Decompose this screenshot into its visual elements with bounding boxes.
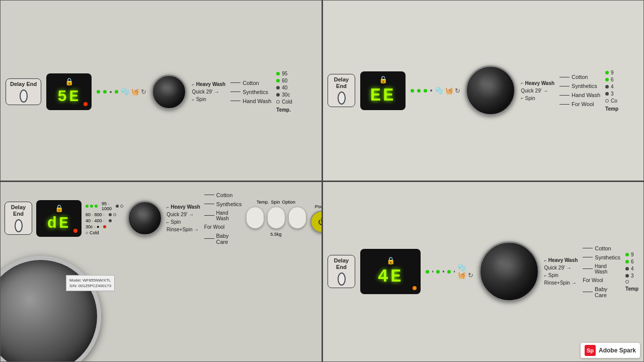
spin-btn-label: Spin xyxy=(271,200,280,205)
program-labels-br: ⌐Heavy Wash Quick 29' → ⌐Spin Rinse+Spin… xyxy=(544,257,578,286)
display-text-tr: EE xyxy=(370,85,395,106)
wash-icons-br: 🫧 🧺 ↻ xyxy=(426,264,474,279)
led-bl-1 xyxy=(86,205,89,208)
bl-main-area: DelayEnd 🔒 dE 95 · 1000 xyxy=(5,186,317,251)
indicators-bl: 95 · 1000 60 · 800 · 40 · 400 · xyxy=(86,201,123,235)
delay-end-button-br[interactable]: DelayEnd xyxy=(328,255,355,288)
led-bl-2 xyxy=(90,205,93,208)
red-dot-bl xyxy=(73,229,77,233)
cycle-cotton-tl: Cotton xyxy=(230,80,271,86)
lock-icon-bl: 🔒 xyxy=(55,204,63,212)
cycle-handwash-tl: Hand Wash xyxy=(230,98,271,104)
power-button[interactable]: ⏻ xyxy=(310,211,322,233)
wash-icons-tr: 🫧 🧺 ↻ xyxy=(411,87,460,95)
delay-end-oval-tl xyxy=(20,89,28,103)
led-bl-5 xyxy=(120,205,123,208)
program-knob-tl[interactable] xyxy=(151,74,187,110)
program-knob-br[interactable] xyxy=(479,241,539,302)
wash-symbol-br: 🫧 🧺 ↻ xyxy=(458,264,473,279)
power-label: Power xyxy=(315,204,322,209)
option-btn-label: Option xyxy=(282,200,296,205)
delay-end-button-tr[interactable]: DelayEnd xyxy=(328,74,355,107)
panel-bottom-left: DelayEnd 🔒 dE 95 · 1000 xyxy=(0,181,322,362)
tl-control-area: Delay End 🔒 5E 🫧 🧺 ↻ xyxy=(6,8,316,175)
cycle-labels-tr: Cotton Synthetics Hand Wash For Wool xyxy=(559,74,600,107)
delay-end-oval-tr xyxy=(338,92,346,105)
display-tr: 🔒 EE xyxy=(360,71,406,110)
temp-label-br: Temp xyxy=(625,286,638,292)
delay-end-label-br: DelayEnd xyxy=(334,257,349,270)
knob-wrap-tl[interactable] xyxy=(151,74,187,110)
lock-icon-tl: 🔒 xyxy=(65,77,73,85)
display-text-tl: 5E xyxy=(57,87,80,106)
washer-door-bl xyxy=(0,256,101,362)
wash-symbol-tr: 🫧 🧺 ↻ xyxy=(435,87,460,95)
adobe-spark-badge: Sp Adobe Spark xyxy=(581,343,640,358)
delay-end-button-tl[interactable]: Delay End xyxy=(6,78,41,105)
program-knob-tr[interactable] xyxy=(465,65,516,116)
panel-top-left: Delay End 🔒 5E 🫧 🧺 ↻ xyxy=(0,0,322,181)
display-tl: 🔒 5E xyxy=(46,73,92,110)
delay-end-oval-bl xyxy=(15,219,23,232)
temp-col-br: 9 6 4 3 Temp xyxy=(625,252,638,292)
program-labels-bl: ⌐Heavy Wash Quick 29' → ⌐Spin Rinse+Spin… xyxy=(167,204,200,232)
delay-end-button-bl[interactable]: DelayEnd xyxy=(5,202,32,235)
cycle-synthetics-tl: Synthetics xyxy=(230,89,271,95)
power-icon: ⏻ xyxy=(318,218,322,226)
model-info-bl: Model: WF855NW/XTL S/N: 001Z5PCZ400173 xyxy=(66,275,115,291)
temp-col-tr: 9 6 4 3 Co Temp xyxy=(605,70,618,112)
label-quick29-tl: Quick 29' → xyxy=(192,89,225,95)
led-bl-4 xyxy=(116,205,119,208)
spin-button[interactable] xyxy=(267,207,285,229)
label-heavywash-tl: ⌐ Heavy Wash xyxy=(192,81,225,87)
lock-icon-br: 🔒 xyxy=(386,256,395,264)
main-grid: Delay End 🔒 5E 🫧 🧺 ↻ xyxy=(0,0,644,362)
temp-btn-label: Temp. xyxy=(257,200,269,205)
display-br: 🔒 4E xyxy=(360,249,421,294)
wash-icons-tl: 🫧 🧺 ↻ xyxy=(97,88,146,96)
led-tl-2 xyxy=(103,90,107,94)
led-bl-6 xyxy=(109,213,112,216)
knob-wrap-tr[interactable] xyxy=(465,65,516,116)
display-text-bl: dE xyxy=(47,214,70,233)
delay-end-oval-br xyxy=(338,273,346,286)
knob-wrap-br[interactable] xyxy=(479,241,539,302)
led-bl-9 xyxy=(103,225,106,228)
option-button[interactable] xyxy=(288,207,306,229)
v-separator xyxy=(322,0,323,362)
cycle-labels-bl: Cotton Synthetics Hand Wash For Wool Bab… xyxy=(204,192,242,245)
knob-wrap-bl[interactable] xyxy=(127,201,163,236)
delay-end-label-tl: Delay End xyxy=(10,81,37,87)
program-labels-tr: ⌐ Heavy Wash Quick 29' → ⌐ Spin xyxy=(521,80,554,101)
panel-bottom-right: DelayEnd 🔒 4E 🫧 🧺 ↻ xyxy=(322,181,644,362)
br-control-area: DelayEnd 🔒 4E 🫧 🧺 ↻ xyxy=(328,187,638,356)
temp-label-tl: Temp. xyxy=(276,107,292,113)
led-bl-8 xyxy=(109,219,112,222)
spark-text: Adobe Spark xyxy=(599,347,636,354)
cycle-labels-tl: Cotton Synthetics Hand Wash xyxy=(230,80,271,104)
label-heavywash-tr: ⌐ Heavy Wash xyxy=(521,80,554,86)
led-tl-1 xyxy=(97,90,100,94)
red-dot-tl xyxy=(84,102,88,106)
program-knob-bl[interactable] xyxy=(127,201,163,236)
temp-label-tr: Temp xyxy=(605,106,618,112)
label-spin-tr: ⌐ Spin xyxy=(521,96,554,101)
tr-control-area: DelayEnd 🔒 EE 🫧 🧺 ↻ xyxy=(328,6,638,175)
panel-top-right: DelayEnd 🔒 EE 🫧 🧺 ↻ xyxy=(322,0,644,181)
label-spin-tl: ⌐ Spin xyxy=(192,97,225,102)
orange-dot-br xyxy=(413,286,417,290)
spark-logo: Sp xyxy=(585,345,596,356)
option-label: Option xyxy=(282,200,296,205)
temp-button[interactable] xyxy=(246,207,264,229)
label-quick29-tr: Quick 29' → xyxy=(521,88,554,94)
led-tl-3 xyxy=(115,90,118,94)
led-bl-3 xyxy=(95,205,98,208)
program-labels-tl: ⌐ Heavy Wash Quick 29' → ⌐ Spin xyxy=(192,81,225,102)
delay-end-label-bl: DelayEnd xyxy=(11,204,26,217)
display-bl: 🔒 dE xyxy=(36,200,82,237)
delay-end-label-tr: DelayEnd xyxy=(334,76,349,89)
kg-label: 5.5kg xyxy=(271,232,282,237)
led-bl-7 xyxy=(113,213,116,216)
lock-icon-tr: 🔒 xyxy=(379,75,387,83)
cycle-labels-br: Cotton Synthetics Hand Wash For Wool Bab… xyxy=(583,245,620,298)
